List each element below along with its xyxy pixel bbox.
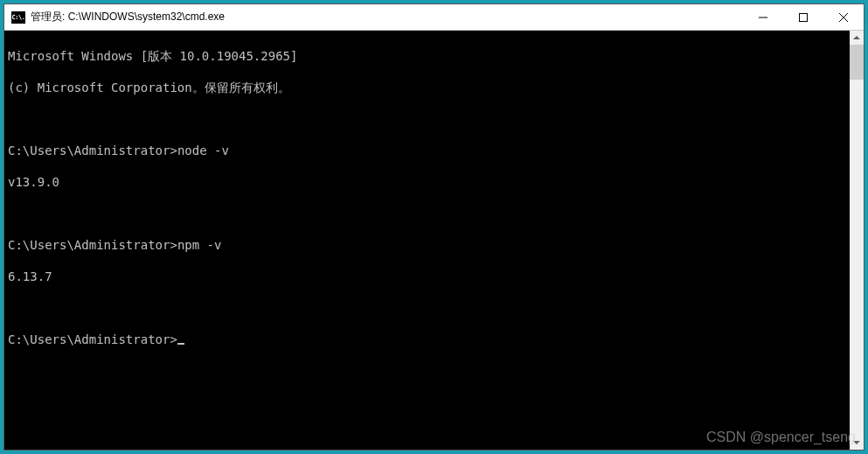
- command-text: node -v: [177, 143, 229, 157]
- current-prompt-line: C:\Users\Administrator>: [8, 332, 846, 347]
- cmd-icon: C:\.: [11, 11, 25, 24]
- terminal-output[interactable]: Microsoft Windows [版本 10.0.19045.2965] (…: [4, 31, 850, 450]
- window-title: 管理员: C:\WINDOWS\system32\cmd.exe: [31, 10, 743, 24]
- window-controls: [743, 4, 864, 30]
- prompt: C:\Users\Administrator>: [8, 143, 177, 157]
- blank-line: [8, 111, 846, 127]
- scroll-down-button[interactable]: [850, 436, 864, 450]
- output-line: 6.13.7: [8, 269, 846, 284]
- close-icon: [839, 13, 848, 22]
- svg-rect-1: [800, 13, 808, 21]
- prompt: C:\Users\Administrator>: [8, 332, 177, 346]
- cursor: [177, 343, 184, 345]
- command-line: C:\Users\Administrator>node -v: [8, 143, 846, 158]
- maximize-icon: [799, 13, 808, 22]
- maximize-button[interactable]: [783, 4, 823, 30]
- vertical-scrollbar[interactable]: [850, 31, 864, 450]
- output-line: v13.9.0: [8, 174, 846, 190]
- terminal-area: Microsoft Windows [版本 10.0.19045.2965] (…: [4, 31, 864, 450]
- minimize-icon: [759, 13, 767, 22]
- header-line: Microsoft Windows [版本 10.0.19045.2965]: [8, 48, 846, 64]
- cmd-window: C:\. 管理员: C:\WINDOWS\system32\cmd.exe Mi…: [3, 3, 865, 451]
- command-text: npm -v: [177, 238, 222, 252]
- command-line: C:\Users\Administrator>npm -v: [8, 237, 846, 253]
- blank-line: [8, 300, 846, 316]
- scroll-thumb[interactable]: [850, 45, 864, 80]
- cmd-icon-label: C:\.: [12, 14, 25, 21]
- titlebar[interactable]: C:\. 管理员: C:\WINDOWS\system32\cmd.exe: [4, 4, 864, 31]
- minimize-button[interactable]: [743, 4, 783, 30]
- chevron-down-icon: [853, 439, 860, 446]
- prompt: C:\Users\Administrator>: [8, 238, 177, 252]
- blank-line: [8, 206, 846, 221]
- chevron-up-icon: [853, 34, 860, 41]
- scroll-up-button[interactable]: [850, 31, 864, 45]
- copyright-line: (c) Microsoft Corporation。保留所有权利。: [8, 80, 846, 95]
- close-button[interactable]: [823, 4, 864, 30]
